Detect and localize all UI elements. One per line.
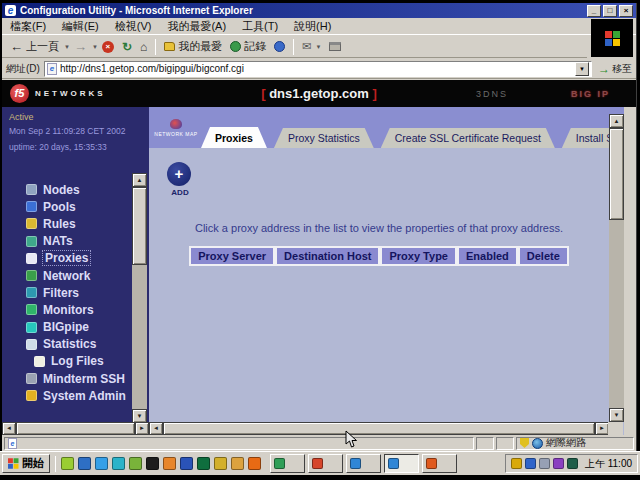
sidebar-scrollbar[interactable]: ▲ ▼ [132, 173, 147, 423]
taskbar-window-button-active[interactable] [384, 454, 419, 473]
scrollbar-thumb[interactable] [609, 128, 624, 220]
sidebar-item-log-files[interactable]: Log Files [26, 353, 126, 370]
close-button[interactable]: × [619, 5, 633, 17]
print-button[interactable] [325, 40, 345, 53]
stop-button[interactable]: × [98, 39, 118, 55]
history-button[interactable]: 記錄 [226, 37, 270, 56]
taskbar-window-button[interactable] [270, 454, 305, 473]
clock[interactable]: 上午 11:00 [585, 457, 632, 471]
maximize-button[interactable]: □ [603, 5, 617, 17]
quick-launch-icon[interactable] [95, 457, 108, 470]
go-button[interactable]: → 移至 [598, 62, 632, 76]
forward-button[interactable]: → [70, 37, 91, 56]
scrollbar-thumb[interactable] [16, 422, 135, 435]
link-bigip[interactable]: BIG IP [571, 89, 610, 99]
sidebar-item-nats[interactable]: NATs [26, 233, 126, 250]
quick-launch-icon[interactable] [197, 457, 210, 470]
favorites-button[interactable]: 我的最愛 [160, 37, 226, 56]
sidebar-item-statistics[interactable]: Statistics [26, 336, 126, 353]
tab-proxy-statistics[interactable]: Proxy Statistics [274, 128, 374, 148]
scroll-up-icon[interactable]: ▲ [609, 114, 624, 128]
quick-launch-icon[interactable] [214, 457, 227, 470]
scroll-left-icon[interactable]: ◄ [2, 422, 16, 435]
scrollbar-thumb[interactable] [132, 187, 147, 265]
sidebar-item-label: Statistics [43, 337, 96, 351]
add-proxy-button[interactable]: + ADD [167, 162, 193, 197]
hostname-display: [ dns1.getop.com ] [261, 86, 377, 101]
taskbar-window-button[interactable] [422, 454, 457, 473]
quick-launch-icon[interactable] [163, 457, 176, 470]
scroll-up-icon[interactable]: ▲ [132, 173, 147, 187]
sidebar-item-monitors[interactable]: Monitors [26, 301, 126, 318]
menu-favorites[interactable]: 我的最愛(A) [159, 19, 234, 34]
taskbar-window-button[interactable] [346, 454, 381, 473]
sidebar-item-proxies[interactable]: Proxies [26, 250, 126, 267]
tray-icon[interactable] [511, 458, 522, 469]
tray-icon[interactable] [567, 458, 578, 469]
menu-help[interactable]: 說明(H) [286, 19, 339, 34]
app-icon [274, 458, 285, 469]
tab-proxies[interactable]: Proxies [201, 127, 267, 148]
scroll-down-icon[interactable]: ▼ [132, 409, 147, 423]
sidebar-item-bigpipe[interactable]: BIGpipe [26, 319, 126, 336]
quick-launch-icon[interactable] [129, 457, 142, 470]
media-button[interactable] [270, 39, 289, 54]
address-input[interactable]: e http://dns1.getop.com/bigipgui/bigconf… [44, 61, 592, 77]
main-vertical-scrollbar[interactable]: ▲ ▼ [609, 114, 624, 422]
sidebar-item-network[interactable]: Network [26, 267, 126, 284]
quick-launch-icon[interactable] [180, 457, 193, 470]
log-files-icon [34, 356, 45, 367]
sidebar-horizontal-scrollbar[interactable]: ◄ ► [2, 422, 149, 435]
tab-create-ssl-certificate-request[interactable]: Create SSL Certificate Request [381, 128, 555, 148]
refresh-button[interactable]: ↻ [118, 38, 136, 56]
address-dropdown-icon[interactable]: ▼ [575, 62, 589, 76]
menu-tools[interactable]: 工具(T) [234, 19, 286, 34]
status-pane [496, 437, 514, 450]
quick-launch-icon[interactable] [78, 457, 91, 470]
sidebar-item-rules[interactable]: Rules [26, 215, 126, 232]
media-icon [274, 41, 285, 52]
scroll-right-icon[interactable]: ► [595, 422, 609, 435]
menu-edit[interactable]: 編輯(E) [54, 19, 107, 34]
column-header-proxy-server[interactable]: Proxy Server [189, 246, 275, 266]
column-header-destination-host[interactable]: Destination Host [275, 246, 380, 266]
sidebar-item-pools[interactable]: Pools [26, 198, 126, 215]
quick-launch-icon[interactable] [231, 457, 244, 470]
scroll-down-icon[interactable]: ▼ [609, 408, 624, 422]
quick-launch-icon[interactable] [248, 457, 261, 470]
scroll-right-icon[interactable]: ► [135, 422, 149, 435]
add-icon[interactable]: + [167, 162, 191, 186]
minimize-button[interactable]: _ [587, 5, 601, 17]
back-button[interactable]: ← 上一頁 [6, 37, 63, 56]
go-icon: → [598, 62, 610, 76]
menu-file[interactable]: 檔案(F) [2, 19, 54, 34]
sidebar-item-nodes[interactable]: Nodes [26, 181, 126, 198]
home-button[interactable]: ⌂ [136, 38, 151, 56]
tray-icon[interactable] [539, 458, 550, 469]
network-map-button[interactable]: NETWORK MAP [153, 110, 199, 146]
tray-icon[interactable] [553, 458, 564, 469]
quick-launch-icon[interactable] [146, 457, 159, 470]
menu-view[interactable]: 檢視(V) [107, 19, 160, 34]
mail-dropdown-icon: ▼ [315, 44, 321, 50]
link-3dns[interactable]: 3DNS [476, 89, 508, 99]
taskbar-window-button[interactable] [308, 454, 343, 473]
start-button[interactable]: 開始 [2, 454, 50, 473]
quick-launch-icon[interactable] [61, 457, 74, 470]
sidebar-item-system-admin[interactable]: System Admin [26, 387, 126, 404]
sidebar-item-filters[interactable]: Filters [26, 284, 126, 301]
stop-icon: × [102, 41, 114, 53]
app-icon [312, 458, 323, 469]
column-header-delete[interactable]: Delete [518, 246, 569, 266]
column-header-proxy-type[interactable]: Proxy Type [380, 246, 457, 266]
scrollbar-thumb[interactable] [163, 422, 595, 435]
mail-button[interactable]: ✉ ▼ [298, 38, 325, 55]
quick-launch-icon[interactable] [112, 457, 125, 470]
column-header-enabled[interactable]: Enabled [457, 246, 518, 266]
tray-icon[interactable] [525, 458, 536, 469]
sidebar-item-mindterm-ssh[interactable]: Mindterm SSH [26, 370, 126, 387]
main-horizontal-scrollbar[interactable]: ◄ ► [149, 422, 609, 435]
scroll-left-icon[interactable]: ◄ [149, 422, 163, 435]
home-icon: ⌂ [140, 40, 147, 54]
title-bar[interactable]: e Configuration Utility - Microsoft Inte… [2, 3, 636, 18]
